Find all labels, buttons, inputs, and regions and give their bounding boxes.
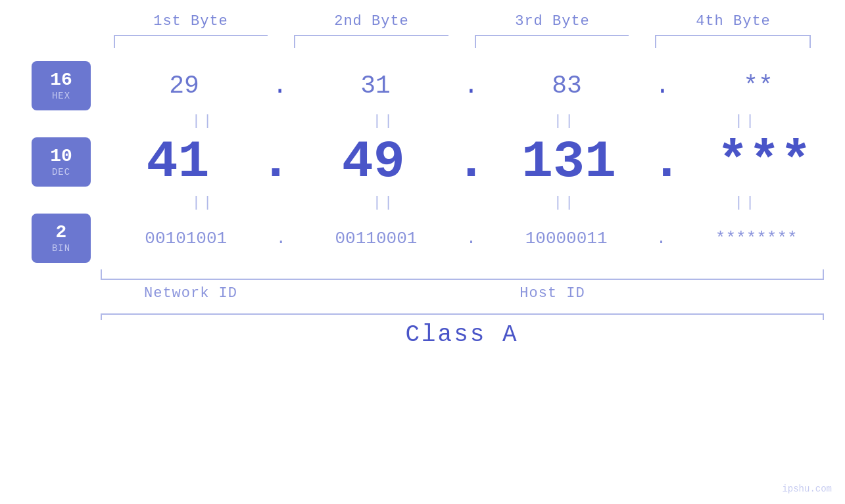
bin-b4-cell: ******** [667, 229, 845, 248]
watermark: ipshu.com [782, 484, 832, 494]
class-bracket-line [101, 313, 824, 315]
dec-b2-value: 49 [342, 132, 405, 192]
class-section: Class A [101, 313, 824, 348]
main-container: 1st Byte 2nd Byte 3rd Byte 4th Byte 16 H… [0, 0, 845, 504]
hex-b1-cell: 29 [97, 72, 271, 100]
bin-dot2: . [466, 229, 477, 248]
class-label: Class A [101, 315, 824, 348]
eq2-b2: || [294, 195, 475, 211]
hex-b4-cell: ** [671, 72, 845, 100]
eq2-b4: || [656, 195, 836, 211]
hex-b3-cell: 83 [480, 72, 654, 100]
bin-values: 00101001 . 00110001 . 10000011 . *******… [97, 229, 845, 248]
dec-b1-value: 41 [147, 132, 210, 192]
dec-b3-value: 131 [521, 132, 616, 192]
hex-b1-value: 29 [169, 72, 199, 100]
eq1-b3: || [475, 113, 656, 129]
byte3-header: 3rd Byte [462, 13, 643, 30]
dec-base-number: 10 [50, 147, 72, 167]
byte4-header: 4th Byte [643, 13, 824, 30]
hex-dot1: . [272, 72, 287, 100]
network-id-label: Network ID [101, 285, 281, 302]
bin-b2-value: 00110001 [335, 229, 418, 248]
bin-badge: 2 BIN [32, 214, 91, 263]
dec-b4-value: *** [717, 132, 811, 192]
bin-b4-value: ******** [715, 229, 798, 248]
bin-dot3: . [656, 229, 667, 248]
eq2-b3: || [475, 195, 656, 211]
bin-dot1: . [276, 229, 287, 248]
top-bracket-row [101, 35, 824, 48]
bin-b2-cell: 00110001 [287, 229, 465, 248]
dec-badge: 10 DEC [32, 137, 91, 187]
dec-dot2: . [455, 132, 487, 192]
hex-base-label: HEX [52, 91, 70, 101]
dec-b4-cell: *** [684, 132, 845, 192]
hex-badge: 16 HEX [32, 61, 91, 110]
equals-row-2: || || || || [113, 195, 836, 211]
byte2-header: 2nd Byte [281, 13, 462, 30]
hex-dot3: . [655, 72, 670, 100]
hex-b3-value: 83 [552, 72, 582, 100]
hex-b2-cell: 31 [289, 72, 462, 100]
host-bracket [281, 269, 824, 280]
bin-b3-value: 10000011 [525, 229, 608, 248]
dec-dot3: . [651, 132, 683, 192]
hex-values: 29 . 31 . 83 . ** [97, 72, 845, 100]
hex-b4-value: ** [743, 72, 773, 100]
hex-b2-value: 31 [360, 72, 391, 100]
bin-base-label: BIN [52, 243, 70, 254]
dec-row: 10 DEC 41 . 49 . 131 . *** [0, 132, 845, 192]
eq1-b2: || [294, 113, 475, 129]
bottom-labels: Network ID Host ID [101, 285, 824, 302]
bin-base-number: 2 [56, 223, 67, 243]
hex-dot2: . [464, 72, 479, 100]
bin-row: 2 BIN 00101001 . 00110001 . 10000011 . *… [0, 214, 845, 263]
hex-row: 16 HEX 29 . 31 . 83 . ** [0, 61, 845, 110]
dec-b2-cell: 49 [293, 132, 454, 192]
eq2-b1: || [113, 195, 294, 211]
bin-b1-cell: 00101001 [97, 229, 275, 248]
eq1-b1: || [113, 113, 294, 129]
bottom-brackets [101, 269, 824, 280]
dec-values: 41 . 49 . 131 . *** [97, 132, 845, 192]
host-id-label: Host ID [281, 285, 824, 302]
dec-dot1: . [260, 132, 291, 192]
byte-headers: 1st Byte 2nd Byte 3rd Byte 4th Byte [101, 13, 824, 30]
bin-b1-value: 00101001 [145, 229, 227, 248]
hex-base-number: 16 [50, 70, 72, 91]
dec-base-label: DEC [52, 167, 70, 177]
dec-b3-cell: 131 [489, 132, 650, 192]
bin-b3-cell: 10000011 [477, 229, 655, 248]
bottom-bracket-container: Network ID Host ID [101, 269, 824, 302]
byte1-header: 1st Byte [101, 13, 281, 30]
eq1-b4: || [656, 113, 836, 129]
equals-row-1: || || || || [113, 113, 836, 129]
network-bracket [101, 269, 281, 280]
dec-b1-cell: 41 [97, 132, 258, 192]
